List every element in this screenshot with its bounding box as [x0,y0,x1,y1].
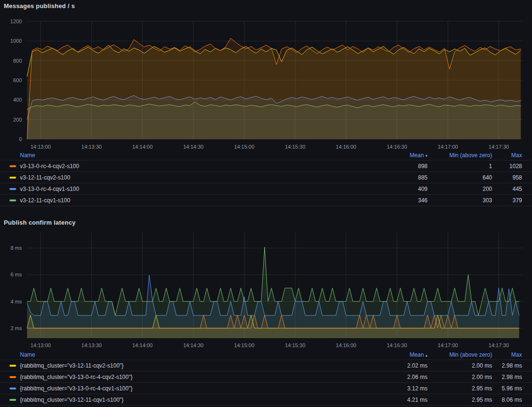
series-name[interactable]: {rabbitmq_cluster="v3-13-0-rc-4-cqv1-s10… [20,385,375,392]
series-max-value: 5.96 ms [492,385,522,392]
svg-text:14:14:00: 14:14:00 [132,144,152,150]
panel-messages-published: Messages published / s 12001000800600400… [0,0,532,214]
svg-text:14:16:00: 14:16:00 [336,144,356,150]
svg-text:14:16:30: 14:16:30 [387,342,407,348]
series-max-value: 8.06 ms [492,397,522,403]
panel-title-publish-confirm-latency[interactable]: Publish confirm latency [4,219,76,226]
svg-text:14:13:00: 14:13:00 [30,342,51,348]
svg-text:14:17:00: 14:17:00 [437,144,458,150]
series-min-value: 2.00 ms [428,374,492,380]
series-max-value: 379 [492,197,522,204]
series-min-value: 2.95 ms [428,385,492,392]
legend-header-name[interactable]: Name [20,152,375,159]
series-color-swatch[interactable] [10,399,16,401]
series-min-value: 2.00 ms [428,362,492,369]
svg-text:14:16:30: 14:16:30 [387,144,407,150]
legend-row: {rabbitmq_cluster="v3-12-11-cqv1-s100"}4… [0,394,532,406]
series-mean-value: 3.12 ms [375,385,428,392]
svg-text:14:15:30: 14:15:30 [285,144,305,150]
series-mean-value: 409 [375,186,428,192]
series-min-value: 640 [428,174,492,181]
series-name[interactable]: {rabbitmq_cluster="v3-12-11-cqv1-s100"} [20,397,375,403]
svg-text:14:15:00: 14:15:00 [234,144,255,150]
series-name[interactable]: v3-13-0-rc-4-cqv1-s100 [20,186,375,192]
series-color-swatch[interactable] [10,365,16,367]
svg-text:14:13:00: 14:13:00 [30,144,51,150]
series-name[interactable]: {rabbitmq_cluster="v3-12-11-cqv2-s100"} [20,362,375,369]
series-name[interactable]: {rabbitmq_cluster="v3-13-0-rc-4-cqv2-s10… [20,374,375,380]
series-max-value: 445 [492,186,522,192]
publish-confirm-latency-chart[interactable]: 8 ms6 ms4 ms2 ms14:13:0014:13:3014:14:00… [0,227,532,350]
legend-header-name[interactable]: Name [20,351,375,358]
messages-published-plot[interactable]: 12001000800600400200014:13:0014:13:3014:… [0,14,532,150]
svg-text:14:16:00: 14:16:00 [336,342,356,348]
legend-header-min-above-zero[interactable]: Min (above zero) [428,152,492,159]
series-max-value: 958 [492,174,522,181]
svg-text:600: 600 [13,77,22,83]
legend-header-max[interactable]: Max [492,351,522,358]
legend-row: v3-13-0-rc-4-cqv2-s10089811028 [0,161,532,172]
series-color-swatch[interactable] [10,376,16,378]
svg-text:1000: 1000 [10,38,22,44]
svg-text:0: 0 [19,136,22,142]
svg-text:14:15:00: 14:15:00 [234,342,255,348]
series-mean-value: 885 [375,174,428,181]
publish-confirm-latency-plot[interactable]: 8 ms6 ms4 ms2 ms14:13:0014:13:3014:14:00… [0,227,532,350]
series-color-swatch[interactable] [10,165,16,167]
legend-row: {rabbitmq_cluster="v3-13-0-rc-4-cqv2-s10… [0,371,532,383]
legend-header-row: Name Mean▾ Min (above zero) Max [0,150,532,161]
series-min-value: 1 [428,163,492,170]
series-max-value: 2.98 ms [492,362,522,369]
legend-header-mean[interactable]: Mean▾ [375,152,428,159]
series-mean-value: 4.21 ms [375,397,428,403]
svg-text:4 ms: 4 ms [10,299,22,304]
series-max-value: 1028 [492,163,522,170]
legend-row: v3-12-11-cqv2-s100885640958 [0,172,532,183]
messages-published-chart[interactable]: 12001000800600400200014:13:0014:13:3014:… [0,14,532,150]
svg-text:14:14:30: 14:14:30 [183,342,204,348]
series-min-value: 200 [428,186,492,192]
series-name[interactable]: v3-13-0-rc-4-cqv2-s100 [20,163,375,170]
series-mean-value: 346 [375,197,428,204]
panel-publish-confirm-latency: Publish confirm latency 8 ms6 ms4 ms2 ms… [0,217,532,407]
svg-text:400: 400 [13,97,22,103]
legend-header-row: Name Mean▴ Min (above zero) Max [0,350,532,360]
messages-published-legend-table: Name Mean▾ Min (above zero) Max v3-13-0-… [0,150,532,206]
svg-text:14:13:30: 14:13:30 [81,342,102,348]
svg-text:8 ms: 8 ms [10,245,22,251]
series-max-value: 2.98 ms [492,374,522,380]
legend-row: {rabbitmq_cluster="v3-13-0-rc-4-cqv1-s10… [0,383,532,394]
panel-title-messages-published[interactable]: Messages published / s [4,2,75,9]
legend-header-min-above-zero[interactable]: Min (above zero) [428,351,492,358]
legend-row: v3-12-11-cqv1-s100346303379 [0,195,532,206]
svg-text:14:13:30: 14:13:30 [81,144,102,150]
svg-text:14:17:30: 14:17:30 [489,144,509,150]
series-min-value: 303 [428,197,492,204]
svg-text:200: 200 [13,117,22,123]
svg-text:2 ms: 2 ms [10,325,22,331]
svg-text:14:17:30: 14:17:30 [489,342,509,348]
svg-text:6 ms: 6 ms [10,272,22,277]
legend-row: {rabbitmq_cluster="v3-12-11-cqv2-s100"}2… [0,360,532,371]
series-mean-value: 898 [375,163,428,170]
svg-text:14:14:00: 14:14:00 [132,342,152,348]
legend-row: v3-13-0-rc-4-cqv1-s100409200445 [0,183,532,195]
svg-text:1200: 1200 [10,19,22,24]
publish-confirm-latency-legend-table: Name Mean▴ Min (above zero) Max {rabbitm… [0,350,532,406]
svg-text:14:14:30: 14:14:30 [183,144,204,150]
series-color-swatch[interactable] [10,388,16,389]
series-color-swatch[interactable] [10,188,16,190]
series-color-swatch[interactable] [10,177,16,179]
legend-header-max[interactable]: Max [492,152,522,159]
series-min-value: 2.95 ms [428,397,492,403]
series-mean-value: 2.02 ms [375,362,428,369]
svg-text:800: 800 [13,58,22,64]
series-name[interactable]: v3-12-11-cqv2-s100 [20,174,375,181]
legend-header-mean[interactable]: Mean▴ [375,351,428,358]
series-mean-value: 2.06 ms [375,374,428,380]
series-color-swatch[interactable] [10,199,16,201]
series-name[interactable]: v3-12-11-cqv1-s100 [20,197,375,204]
svg-text:14:17:00: 14:17:00 [437,342,458,348]
svg-text:14:15:30: 14:15:30 [285,342,305,348]
